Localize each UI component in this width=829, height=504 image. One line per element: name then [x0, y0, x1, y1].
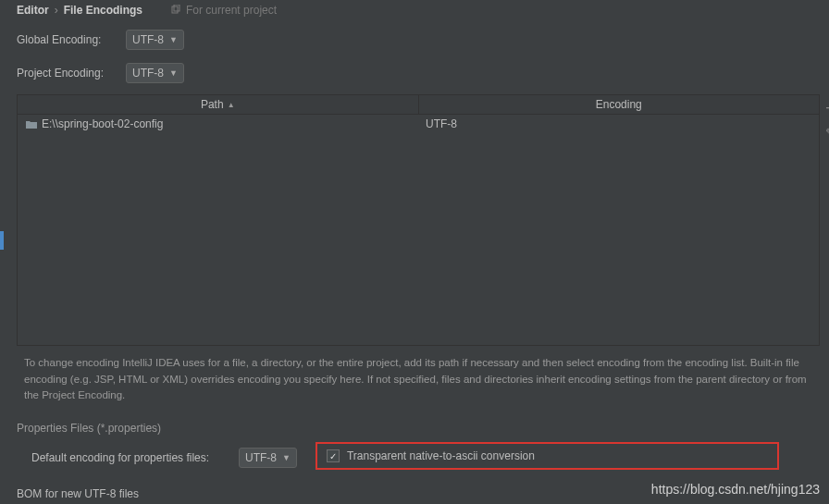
project-scope-hint: For current project	[170, 4, 277, 17]
selection-indicator	[0, 231, 4, 250]
chevron-down-icon: ▼	[169, 68, 178, 78]
watermark: https://blog.csdn.net/hjing123	[651, 482, 820, 497]
highlighted-option: ✓ Transparent native-to-ascii conversion	[316, 442, 779, 470]
encoding-table: Path ▲ Encoding E:\\spring-boot-02-confi…	[17, 94, 820, 346]
properties-section-title: Properties Files (*.properties)	[7, 418, 829, 438]
edit-button[interactable]: ✎	[821, 126, 829, 140]
project-encoding-value: UTF-8	[132, 67, 164, 80]
svg-rect-0	[172, 6, 178, 13]
transparent-conversion-checkbox[interactable]: ✓ Transparent native-to-ascii conversion	[327, 449, 535, 462]
help-description: To change encoding IntelliJ IDEA uses fo…	[7, 346, 829, 412]
checkbox-icon: ✓	[327, 449, 340, 462]
default-props-encoding-value: UTF-8	[245, 451, 277, 464]
svg-rect-1	[174, 5, 179, 11]
project-encoding-label: Project Encoding:	[17, 67, 118, 80]
global-encoding-value: UTF-8	[132, 33, 164, 46]
project-hint-text: For current project	[186, 4, 277, 17]
chevron-down-icon: ▼	[282, 453, 291, 462]
global-encoding-combo[interactable]: UTF-8 ▼	[126, 30, 184, 50]
breadcrumb-file-encodings: File Encodings	[64, 4, 142, 17]
table-row[interactable]: E:\\spring-boot-02-config UTF-8	[18, 115, 819, 133]
project-encoding-combo[interactable]: UTF-8 ▼	[126, 63, 184, 83]
breadcrumb: Editor › File Encodings For current proj…	[7, 0, 829, 20]
checkbox-label: Transparent native-to-ascii conversion	[347, 449, 535, 462]
breadcrumb-separator: ›	[55, 4, 58, 17]
copy-icon	[170, 5, 181, 16]
table-toolbar: + ✎	[821, 95, 829, 140]
add-button[interactable]: +	[821, 100, 829, 117]
path-text: E:\\spring-boot-02-config	[42, 117, 163, 130]
table-header: Path ▲ Encoding	[18, 95, 819, 115]
cell-path: E:\\spring-boot-02-config	[18, 115, 418, 133]
sort-asc-icon: ▲	[228, 101, 235, 109]
global-encoding-label: Global Encoding:	[17, 33, 118, 46]
column-header-path[interactable]: Path ▲	[18, 95, 419, 114]
default-props-encoding-label: Default encoding for properties files:	[17, 451, 231, 464]
cell-encoding[interactable]: UTF-8	[418, 115, 819, 133]
breadcrumb-editor[interactable]: Editor	[17, 4, 49, 17]
chevron-down-icon: ▼	[169, 35, 178, 44]
column-header-encoding[interactable]: Encoding	[419, 95, 820, 114]
folder-icon	[25, 119, 38, 129]
default-props-encoding-combo[interactable]: UTF-8 ▼	[239, 448, 297, 468]
table-body: E:\\spring-boot-02-config UTF-8	[18, 115, 819, 345]
